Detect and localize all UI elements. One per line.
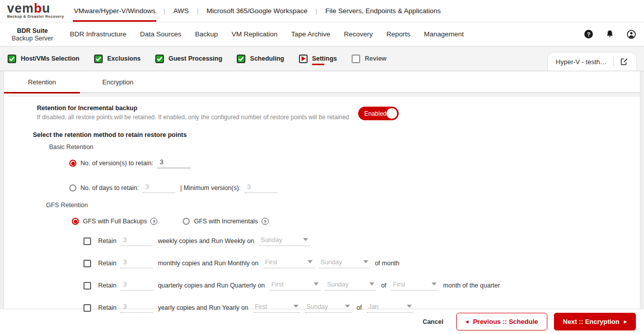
next-button-label: Next :: Encryption: [563, 318, 620, 325]
menu-bdr-infrastructure[interactable]: BDR Infrastructure: [70, 30, 126, 38]
step-label: Review: [365, 55, 387, 62]
weekly-text: weekly copies and Run Weekly on: [158, 237, 254, 245]
gfs-full-backups-label: GFS with Full Backups: [83, 218, 147, 225]
versions-retention-option: No. of version(s) to retain:: [69, 158, 640, 168]
tab-retention[interactable]: Retention: [4, 71, 80, 92]
step-completed-check-icon: [155, 55, 164, 63]
settings-tabs: Retention Encryption: [4, 71, 640, 93]
toggle-label: Enabled: [364, 110, 387, 117]
logo-accent: b: [34, 1, 42, 15]
versions-radio[interactable]: [69, 160, 76, 167]
yearly-count-input[interactable]: [120, 303, 153, 313]
yearly-ordinal-select[interactable]: First: [253, 303, 300, 313]
settings-panel: Retention Encryption Retention for Incre…: [4, 71, 640, 309]
menu-tape-archive[interactable]: Tape Archive: [291, 30, 330, 38]
monthly-ordinal-select[interactable]: First: [264, 259, 314, 268]
gfs-full-backups-radio[interactable]: [72, 218, 79, 225]
weekly-checkbox[interactable]: [83, 237, 91, 245]
nav-aws[interactable]: AWS: [173, 0, 190, 22]
yearly-text: yearly copies and Run Yearly on: [158, 304, 248, 311]
job-name-tab: Hyper-V - testh…: [547, 52, 637, 71]
nav-microsoft365-google[interactable]: Microsoft 365/Google Workspace: [205, 0, 308, 22]
step-host-vms-selection[interactable]: Host/VMs Selection: [8, 55, 79, 63]
menu-backup[interactable]: Backup: [195, 30, 218, 38]
retain-label: Retain: [98, 237, 116, 245]
step-completed-check-icon: [237, 55, 245, 63]
weekly-day-select[interactable]: Sunday: [259, 236, 310, 246]
minimum-versions-input[interactable]: [245, 183, 277, 193]
previous-schedule-button[interactable]: ◂ Previous :: Schedule: [456, 313, 547, 330]
quarterly-ordinal-select[interactable]: First: [270, 281, 320, 291]
retain-label: Retain: [98, 282, 116, 289]
job-name: Hyper-V - testh…: [556, 58, 607, 66]
minimum-versions-label: | Minimum version(s):: [180, 184, 240, 192]
monthly-text: monthly copies and Run Monthly on: [158, 260, 259, 267]
menu-reports[interactable]: Reports: [387, 30, 410, 38]
account-icon[interactable]: [627, 30, 636, 39]
yearly-day-select[interactable]: Sunday: [305, 303, 352, 313]
next-encryption-button[interactable]: Next :: Encryption ▸: [554, 313, 636, 330]
notifications-icon[interactable]: [606, 30, 614, 38]
edit-job-icon[interactable]: [620, 58, 628, 66]
gfs-full-backups-help-icon[interactable]: ?: [150, 218, 157, 225]
retention-title: Retention for Incremental backup: [37, 105, 138, 112]
quarterly-suffix: month of the quarter: [443, 282, 500, 289]
vembu-logo[interactable]: vembu Backup & Disaster Recovery: [0, 0, 66, 22]
chevron-down-icon: [308, 260, 313, 263]
step-label: Exclusions: [107, 55, 141, 62]
nav-vmware-hyperv-windows[interactable]: VMware/Hyper-V/Windows: [73, 0, 156, 22]
step-guest-processing[interactable]: Guest Processing: [155, 55, 222, 63]
logo-text: vem: [7, 1, 34, 15]
monthly-retention-row: Retain monthly copies and Run Monthly on…: [83, 258, 640, 268]
retention-form: Retention for Incremental backup If disa…: [4, 97, 640, 313]
days-label: No. of days to retain:: [80, 184, 139, 192]
retention-method-heading: Select the retention method to retain re…: [33, 131, 640, 138]
monthly-count-input[interactable]: [120, 258, 153, 268]
step-label: Host/VMs Selection: [21, 55, 79, 62]
quarterly-day-select[interactable]: Sunday: [325, 281, 376, 291]
step-exclusions[interactable]: Exclusions: [94, 55, 141, 63]
product-title: BDR Suite: [0, 27, 65, 35]
content-area: Retention Encryption Retention for Incre…: [0, 71, 644, 309]
yearly-of-label: of: [357, 304, 362, 311]
chevron-down-icon: [432, 282, 437, 285]
step-review[interactable]: Review: [352, 55, 387, 63]
days-to-retain-input[interactable]: [143, 183, 175, 193]
step-settings-current[interactable]: Settings: [299, 55, 337, 63]
menu-recovery[interactable]: Recovery: [344, 30, 373, 38]
menu-vm-replication[interactable]: VM Replication: [232, 30, 278, 38]
weekly-count-input[interactable]: [120, 236, 153, 246]
retention-enabled-toggle[interactable]: Enabled: [358, 107, 399, 120]
tab-encryption[interactable]: Encryption: [80, 71, 156, 92]
days-radio[interactable]: [69, 184, 76, 192]
yearly-checkbox[interactable]: [83, 304, 91, 312]
logo-tagline: Backup & Disaster Recovery: [7, 14, 66, 19]
cancel-button[interactable]: Cancel: [422, 318, 443, 325]
step-label: Scheduling: [250, 55, 284, 62]
product-subtitle: Backup Server: [0, 35, 65, 42]
step-completed-check-icon: [8, 55, 16, 63]
chevron-down-icon: [407, 305, 412, 308]
menu-management[interactable]: Management: [424, 30, 464, 38]
help-icon[interactable]: ?: [584, 30, 593, 38]
gfs-incrementals-radio[interactable]: [183, 218, 190, 225]
gfs-incrementals-help-icon[interactable]: ?: [262, 218, 269, 225]
versions-to-retain-input[interactable]: [157, 158, 191, 168]
quarterly-checkbox[interactable]: [83, 282, 91, 290]
app-bar: BDR Suite Backup Server BDR Infrastructu…: [0, 22, 644, 46]
monthly-day-select[interactable]: Sunday: [319, 259, 370, 268]
previous-arrow-icon: ◂: [465, 318, 468, 325]
menu-data-sources[interactable]: Data Sources: [140, 30, 182, 38]
product-nav-bar: vembu Backup & Disaster Recovery VMware/…: [0, 0, 644, 22]
quarterly-count-input[interactable]: [120, 280, 153, 291]
step-completed-check-icon: [94, 55, 103, 63]
quarterly-month-select[interactable]: First: [392, 281, 438, 291]
chevron-down-icon: [314, 282, 319, 285]
monthly-checkbox[interactable]: [83, 260, 91, 267]
nav-file-servers-endpoints[interactable]: File Servers, Endpoints & Applications: [324, 0, 442, 22]
quarterly-text: quarterly copies and Run Quarterly on: [158, 282, 265, 289]
next-arrow-icon: ▸: [624, 318, 627, 325]
basic-retention-section-label: Basic Retention: [49, 144, 640, 151]
step-scheduling[interactable]: Scheduling: [237, 55, 284, 63]
yearly-month-select[interactable]: Jan: [367, 303, 413, 313]
